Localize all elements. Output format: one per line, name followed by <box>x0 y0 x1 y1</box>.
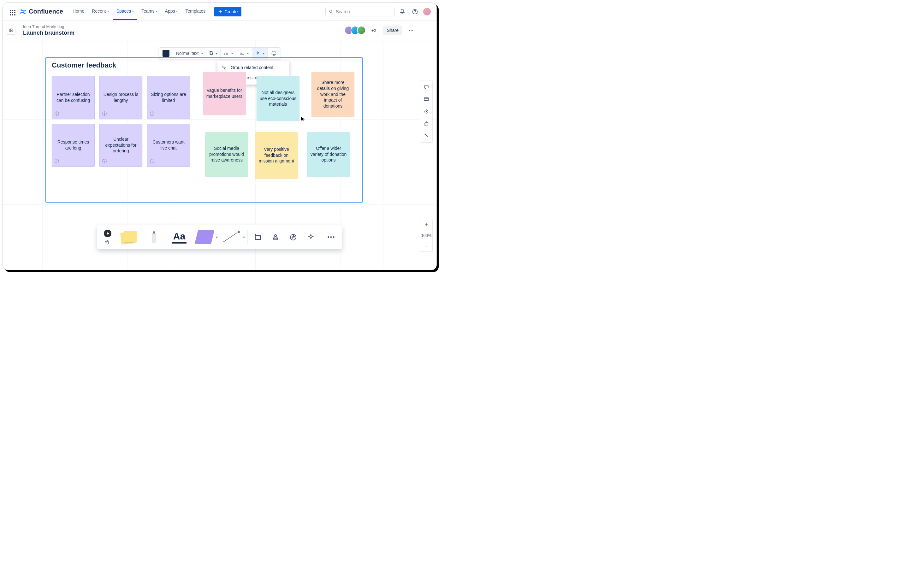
chevron-down-icon: ▾ <box>216 52 217 55</box>
nav-home[interactable]: Home <box>69 3 87 20</box>
zoom-out-button[interactable] <box>420 241 432 252</box>
collaborator-avatars[interactable] <box>347 26 366 35</box>
color-swatch-icon <box>163 50 170 57</box>
info-icon[interactable]: ⓘ <box>150 158 154 165</box>
svg-point-10 <box>273 53 274 53</box>
voting-button[interactable] <box>421 130 431 140</box>
section-title: Customer feedback <box>52 61 116 69</box>
zoom-controls: 100% <box>420 219 433 252</box>
presentation-icon <box>424 97 429 102</box>
bell-icon <box>399 8 406 15</box>
dock-shape-tool[interactable] <box>193 228 216 247</box>
whiteboard-canvas[interactable]: Normal text▾ B▾ ▾ ▾ ▾ Group related cont… <box>3 40 436 270</box>
present-button[interactable] <box>421 94 431 104</box>
chevron-down-icon: ▾ <box>176 10 178 13</box>
dock-ai-tool[interactable] <box>303 228 318 247</box>
sidebar-expand-icon <box>9 28 13 33</box>
dock-sticky-tool[interactable] <box>117 228 140 247</box>
sticky-sizing-options[interactable]: Sizing options are limitedⓘ <box>147 76 190 119</box>
brand-confluence[interactable]: Confluence <box>19 8 63 15</box>
confluence-logo-icon <box>19 8 27 15</box>
info-icon[interactable]: ⓘ <box>54 111 59 117</box>
info-icon[interactable]: ⓘ <box>150 111 154 117</box>
page-header: Idea Thread Marketing Launch brainstorm … <box>3 20 436 40</box>
svg-point-6 <box>224 52 225 53</box>
dock-text-tool[interactable]: Aa <box>168 228 191 247</box>
collapse-sidebar-button[interactable] <box>7 26 15 35</box>
list-bullet-icon <box>224 51 229 56</box>
text-icon: Aa <box>172 231 186 244</box>
avatar-overflow-count[interactable]: +2 <box>371 28 376 33</box>
help-button[interactable] <box>410 7 420 17</box>
create-button[interactable]: Create <box>214 7 241 16</box>
sticky-donation-options[interactable]: Offer a wider variety of donation option… <box>307 132 350 177</box>
marker-icon <box>151 229 157 245</box>
link-icon <box>289 234 297 241</box>
app-switcher-icon[interactable] <box>8 8 15 15</box>
help-icon <box>412 8 418 15</box>
zoom-in-button[interactable] <box>420 219 432 230</box>
sticky-partner-selection[interactable]: Partner selection can be confusingⓘ <box>52 76 95 119</box>
notifications-button[interactable] <box>397 7 408 17</box>
sticky-share-more[interactable]: Share more details on giving work and th… <box>312 72 355 117</box>
align-left-icon <box>239 51 244 56</box>
chevron-down-icon: ▾ <box>132 10 134 13</box>
dock-line-tool[interactable] <box>220 228 243 247</box>
zoom-level[interactable]: 100% <box>420 230 432 241</box>
svg-point-18 <box>274 235 276 237</box>
sticky-social-media[interactable]: Social media promotions would raise awar… <box>205 132 248 177</box>
nav-recent[interactable]: Recent▾ <box>89 3 112 20</box>
profile-avatar[interactable] <box>422 7 431 16</box>
chevron-down-icon: ▾ <box>263 52 264 55</box>
search-input[interactable] <box>325 7 395 16</box>
dock-frame-tool[interactable] <box>250 228 266 247</box>
sticky-want-livechat[interactable]: Customers want live chatⓘ <box>147 124 190 166</box>
dock-more-button[interactable]: ••• <box>324 228 339 247</box>
mouse-cursor-icon <box>300 115 306 122</box>
plus-icon <box>218 10 223 14</box>
page-more-menu[interactable] <box>406 25 416 35</box>
dots-horizontal-icon: ••• <box>328 234 335 241</box>
nav-templates[interactable]: Templates <box>182 3 209 20</box>
info-icon[interactable]: ⓘ <box>102 158 107 165</box>
dock-pointer-tool[interactable] <box>101 228 115 247</box>
nav-teams[interactable]: Teams▾ <box>138 3 160 20</box>
sticky-vague-benefits[interactable]: Vague benefits for marketplace users <box>203 72 246 115</box>
nav-spaces[interactable]: Spaces▾ <box>113 3 137 20</box>
dock-link-tool[interactable] <box>285 228 301 247</box>
nav-apps[interactable]: Apps▾ <box>162 3 181 20</box>
info-icon[interactable]: ⓘ <box>102 111 107 117</box>
svg-point-7 <box>224 53 225 54</box>
shape-icon <box>195 230 214 244</box>
dots-horizontal-icon <box>408 27 414 33</box>
dock-marker-tool[interactable] <box>143 228 165 247</box>
chevron-down-icon: ▾ <box>231 52 233 55</box>
svg-point-5 <box>412 30 413 31</box>
chevron-down-icon[interactable]: ▾ <box>243 235 245 239</box>
chevron-down-icon: ▾ <box>201 52 203 55</box>
info-icon[interactable]: ⓘ <box>54 158 59 165</box>
sticky-response-times[interactable]: Response times are longⓘ <box>52 124 95 166</box>
sticky-mission-align[interactable]: Very positive feedback on mission alignm… <box>255 132 298 179</box>
nav-links: Home Recent▾ Spaces▾ Teams▾ Apps▾ Templa… <box>69 3 209 20</box>
side-rail <box>420 80 433 143</box>
search-field[interactable] <box>336 9 391 14</box>
frame-icon <box>254 234 262 241</box>
emoji-icon <box>271 51 277 56</box>
sticky-design-process[interactable]: Design process is lengthyⓘ <box>99 76 142 119</box>
comment-icon <box>424 84 429 90</box>
breadcrumb-space[interactable]: Idea Thread Marketing <box>23 24 74 29</box>
comments-button[interactable] <box>421 82 431 92</box>
avatar[interactable] <box>357 26 366 35</box>
ai-sparkle-icon <box>307 234 315 241</box>
sticky-not-all-designers[interactable]: Not all designers use eco-conscious mate… <box>257 76 299 121</box>
dock-stamp-tool[interactable] <box>268 228 283 247</box>
svg-rect-17 <box>255 236 260 239</box>
svg-rect-14 <box>424 98 429 100</box>
reactions-button[interactable] <box>421 118 431 128</box>
sticky-unclear-expectations[interactable]: Unclear expectations for orderingⓘ <box>99 124 142 166</box>
chevron-down-icon: ▾ <box>107 10 109 13</box>
chevron-down-icon[interactable]: ▾ <box>216 235 218 239</box>
share-button[interactable]: Share <box>383 26 403 35</box>
timer-button[interactable] <box>421 106 431 117</box>
